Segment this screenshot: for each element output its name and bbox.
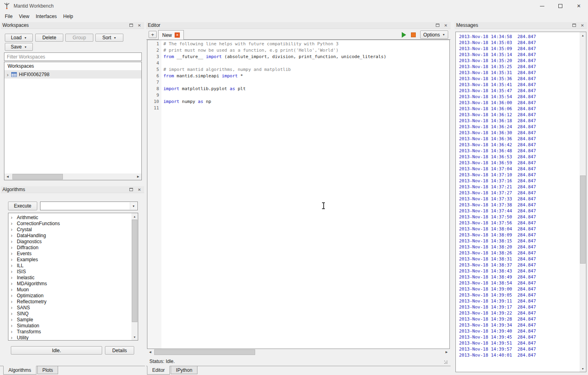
scrollbar-track[interactable]	[11, 173, 135, 180]
scroll-up-icon[interactable]: ▲	[580, 32, 586, 38]
expand-chevron-icon[interactable]: ›	[11, 263, 15, 268]
float-dock-button[interactable]	[434, 22, 441, 28]
tab-algorithms[interactable]: Algorithms	[3, 366, 36, 375]
run-button[interactable]	[399, 31, 408, 38]
size-grip-icon[interactable]	[444, 361, 448, 365]
expand-chevron-icon[interactable]: ›	[11, 269, 15, 274]
scrollbar-thumb[interactable]	[12, 174, 63, 179]
algorithm-category-correctionfunctions[interactable]: ›CorrectionFunctions	[8, 220, 138, 226]
code-editor[interactable]: 1234567891011 # The following line helps…	[147, 40, 450, 349]
scroll-down-icon[interactable]: ▼	[580, 365, 586, 372]
scrollbar-track[interactable]	[580, 38, 586, 365]
float-dock-button[interactable]	[128, 22, 134, 28]
expand-chevron-icon[interactable]: ›	[11, 215, 15, 220]
expand-chevron-icon[interactable]: ›	[11, 251, 15, 256]
algorithm-category-ill[interactable]: ›ILL	[8, 262, 138, 268]
float-dock-button[interactable]	[571, 22, 577, 28]
workspaces-dock-titlebar[interactable]: Workspaces ✕	[1, 22, 144, 29]
float-dock-button[interactable]	[128, 187, 134, 192]
sort-button[interactable]: Sort▼	[95, 34, 123, 42]
close-dock-button[interactable]: ✕	[443, 22, 449, 28]
algorithm-category-optimization[interactable]: ›Optimization	[8, 292, 138, 298]
load-button[interactable]: Load▼	[5, 34, 33, 42]
algorithm-category-transforms[interactable]: ›Transforms	[8, 329, 138, 335]
expand-chevron-icon[interactable]: ›	[11, 221, 15, 226]
expand-chevron-icon[interactable]: ›	[11, 329, 15, 334]
code-lines[interactable]: # The following line helps with future c…	[161, 40, 449, 349]
algorithm-category-isis[interactable]: ›ISIS	[8, 268, 138, 274]
options-button[interactable]: Options▼	[420, 30, 448, 39]
filter-workspaces-input[interactable]	[4, 52, 142, 61]
expand-chevron-icon[interactable]: ›	[11, 287, 15, 292]
algorithm-category-inelastic[interactable]: ›Inelastic	[8, 274, 138, 280]
scrollbar-thumb[interactable]	[580, 175, 586, 264]
close-dock-button[interactable]: ✕	[136, 22, 143, 28]
editor-hscrollbar[interactable]: ◀ ▶	[147, 349, 450, 355]
expand-chevron-icon[interactable]: ›	[11, 281, 15, 286]
scroll-left-icon[interactable]: ◀	[4, 173, 11, 180]
details-button[interactable]: Details	[105, 346, 134, 355]
algorithm-category-diagnostics[interactable]: ›Diagnostics	[8, 238, 138, 244]
expand-chevron-icon[interactable]: ›	[11, 293, 15, 298]
tab-editor[interactable]: Editor	[147, 366, 170, 375]
menu-help[interactable]: Help	[60, 12, 77, 20]
tab-ipython[interactable]: IPython	[171, 366, 197, 374]
group-button[interactable]: Group	[65, 34, 93, 42]
scrollbar-thumb[interactable]	[132, 220, 137, 322]
chevron-down-icon[interactable]: ▼	[130, 202, 137, 210]
close-dock-button[interactable]: ✕	[136, 187, 143, 192]
algorithm-category-diffraction[interactable]: ›Diffraction	[8, 244, 138, 250]
workspace-item[interactable]: › HIFI00062798	[4, 71, 141, 79]
algorithm-category-events[interactable]: ›Events	[8, 250, 138, 256]
algorithms-vscrollbar[interactable]: ▲ ▼	[131, 213, 138, 340]
algorithm-category-mdalgorithms[interactable]: ›MDAlgorithms	[8, 280, 138, 286]
expand-chevron-icon[interactable]: ›	[11, 257, 15, 262]
scroll-right-icon[interactable]: ▶	[135, 173, 141, 180]
algorithm-category-sans[interactable]: ›SANS	[8, 304, 138, 310]
expand-chevron-icon[interactable]: ›	[11, 311, 15, 316]
algorithm-category-utility[interactable]: ›Utility	[8, 335, 138, 341]
algorithm-category-sinq[interactable]: ›SINQ	[8, 310, 138, 317]
algorithm-category-examples[interactable]: ›Examples	[8, 256, 138, 262]
expand-chevron-icon[interactable]: ›	[11, 233, 15, 238]
expand-chevron-icon[interactable]: ›	[11, 227, 15, 232]
algorithms-dock-titlebar[interactable]: Algorithms ✕	[1, 186, 144, 193]
expand-chevron-icon[interactable]: ›	[11, 335, 15, 340]
expand-chevron-icon[interactable]: ›	[11, 275, 15, 280]
algorithm-category-crystal[interactable]: ›Crystal	[8, 226, 138, 232]
save-button[interactable]: Save▼	[5, 43, 33, 51]
close-button[interactable]: ✕	[570, 0, 588, 12]
close-tab-button[interactable]: ✕	[175, 32, 180, 38]
algorithm-category-reflectometry[interactable]: ›Reflectometry	[8, 298, 138, 304]
close-dock-button[interactable]: ✕	[579, 22, 586, 28]
scroll-up-icon[interactable]: ▲	[131, 213, 138, 220]
minimize-button[interactable]	[533, 0, 551, 12]
expand-chevron-icon[interactable]: ›	[11, 305, 15, 310]
scroll-left-icon[interactable]: ◀	[147, 349, 153, 355]
expand-chevron-icon[interactable]: ›	[11, 323, 15, 328]
maximize-button[interactable]	[551, 0, 570, 12]
algorithm-category-sample[interactable]: ›Sample	[8, 317, 138, 323]
algorithm-category-datahandling[interactable]: ›DataHandling	[8, 232, 138, 238]
algorithm-category-simulation[interactable]: ›Simulation	[8, 323, 138, 329]
scroll-right-icon[interactable]: ▶	[443, 349, 450, 355]
expand-chevron-icon[interactable]: ›	[11, 317, 15, 322]
scrollbar-track[interactable]	[131, 220, 138, 334]
scrollbar-thumb[interactable]	[154, 349, 255, 355]
messages-vscrollbar[interactable]: ▲ ▼	[580, 32, 586, 372]
expand-chevron-icon[interactable]: ›	[11, 299, 15, 304]
algorithm-category-arithmetic[interactable]: ›Arithmetic	[8, 214, 138, 220]
algorithm-category-muon[interactable]: ›Muon	[8, 286, 138, 292]
abort-button[interactable]	[410, 32, 417, 38]
scroll-down-icon[interactable]: ▼	[131, 334, 138, 340]
messages-dock-titlebar[interactable]: Messages ✕	[455, 22, 587, 29]
expand-chevron-icon[interactable]: ›	[7, 72, 8, 77]
algorithm-search-combobox[interactable]: ▼	[40, 202, 138, 210]
script-tab-new[interactable]: New ✕	[158, 30, 184, 40]
workspaces-hscrollbar[interactable]: ◀ ▶	[4, 173, 141, 180]
execute-button[interactable]: Execute	[8, 202, 37, 210]
editor-dock-titlebar[interactable]: Editor ✕	[146, 22, 451, 29]
add-tab-button[interactable]: +	[149, 31, 157, 38]
expand-chevron-icon[interactable]: ›	[11, 239, 15, 244]
menu-view[interactable]: View	[16, 12, 32, 20]
